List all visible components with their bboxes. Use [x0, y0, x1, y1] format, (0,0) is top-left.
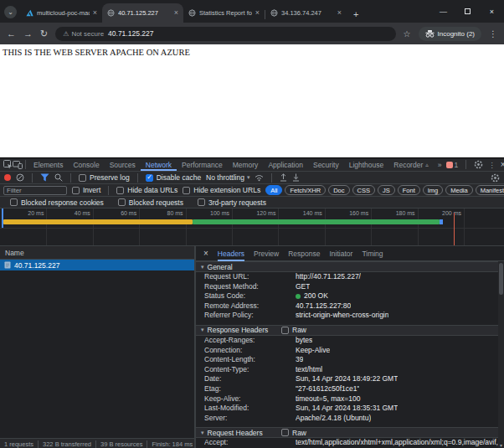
blocked-filters-row: Blocked response cookiesBlocked requests…	[0, 197, 504, 209]
requests-list-empty-area	[0, 270, 194, 438]
address-bar[interactable]: ⚠ Not secure 40.71.125.227	[55, 27, 395, 41]
header-value: GET	[296, 282, 310, 292]
devtools-tab-security[interactable]: Security	[308, 158, 344, 171]
network-conditions-icon[interactable]	[255, 174, 264, 182]
incognito-badge[interactable]: Incognito (2)	[419, 27, 481, 41]
request-row[interactable]: 40.71.125.227	[0, 260, 194, 270]
devtools-tab-sources[interactable]: Sources	[105, 158, 141, 171]
browser-tab[interactable]: Statistics Report for HAP×	[183, 3, 265, 23]
tab-close-icon[interactable]: ×	[337, 9, 342, 17]
section-header[interactable]: ▾General	[196, 261, 498, 272]
filter-chip-css[interactable]: CSS	[352, 185, 375, 195]
clear-network-log-icon[interactable]	[16, 173, 24, 182]
forward-icon[interactable]: →	[23, 29, 33, 39]
globe-icon	[270, 9, 278, 17]
headers-tab-preview[interactable]: Preview	[254, 246, 279, 261]
invert-checkbox[interactable]: Invert	[72, 186, 100, 194]
reload-icon[interactable]: ↻	[40, 29, 48, 39]
import-har-icon[interactable]	[280, 173, 287, 182]
raw-checkbox[interactable]: Raw	[281, 326, 306, 334]
new-tab-button[interactable]: +	[353, 9, 358, 19]
header-name: Request URL:	[204, 272, 296, 282]
checkbox-label: Blocked response cookies	[21, 198, 104, 207]
section-title: General	[208, 263, 233, 271]
bookmark-star-icon[interactable]: ☆	[404, 29, 411, 39]
scrollbar-thumb[interactable]	[499, 263, 503, 295]
filter-chip-manifest[interactable]: Manifest	[476, 185, 504, 195]
filter-chip-js[interactable]: JS	[378, 185, 395, 195]
devtools-tab-recorder[interactable]: Recorder▵	[388, 158, 433, 171]
hide-extension-urls-checkbox[interactable]: Hide extension URLs	[183, 186, 260, 194]
devtools-tab-console[interactable]: Console	[68, 158, 104, 171]
inspect-element-icon[interactable]	[3, 159, 13, 171]
scrollbar[interactable]: ▾	[498, 261, 504, 448]
export-har-icon[interactable]	[292, 173, 300, 182]
network-overview-timeline[interactable]: 20 ms40 ms60 ms80 ms100 ms120 ms140 ms16…	[0, 209, 504, 246]
headers-tab-list: HeadersPreviewResponseInitiatorTiming	[218, 246, 383, 260]
tab-title: 40.71.125.227	[118, 9, 171, 17]
tab-close-icon[interactable]: ×	[255, 9, 260, 17]
divider	[137, 173, 138, 183]
section-header[interactable]: ▾Request HeadersRaw	[196, 427, 498, 438]
tab-close-icon[interactable]: ×	[93, 9, 97, 17]
throttling-select[interactable]: No throttling ▾	[206, 173, 249, 182]
section-header[interactable]: ▾Response HeadersRaw	[196, 325, 498, 336]
-rd-party-requests-checkbox[interactable]: 3rd-party requests	[198, 198, 266, 207]
filter-chip-doc[interactable]: Doc	[328, 185, 349, 195]
hide-data-urls-checkbox[interactable]: Hide data URLs	[116, 186, 177, 194]
devtools-tab-elements[interactable]: Elements	[28, 158, 68, 171]
devtools-settings-icon[interactable]	[474, 160, 483, 169]
network-status-bar: 1 requests322 B transferred39 B resource…	[0, 438, 194, 448]
divider	[32, 173, 33, 183]
header-value: 40.71.125.227:80	[296, 301, 351, 312]
browser-tab[interactable]: 34.136.74.247×	[265, 3, 347, 23]
filter-input[interactable]	[3, 186, 67, 195]
browser-tab[interactable]: multicloud-poc-machine×	[21, 3, 102, 23]
raw-checkbox[interactable]: Raw	[281, 429, 306, 437]
filter-chip-all[interactable]: All	[265, 185, 282, 195]
headers-tab-timing[interactable]: Timing	[362, 246, 383, 261]
azure-icon	[26, 9, 33, 17]
globe-icon	[107, 9, 115, 17]
name-column-header[interactable]: Name	[0, 246, 194, 260]
network-settings-icon[interactable]	[491, 173, 500, 183]
blocked-requests-checkbox[interactable]: Blocked requests	[118, 198, 183, 207]
not-secure-badge[interactable]: ⚠ Not secure	[63, 30, 104, 38]
scroll-down-icon[interactable]: ▾	[498, 442, 504, 448]
devtools-menu-icon[interactable]: ⋮	[488, 161, 496, 169]
record-network-log-icon[interactable]	[4, 174, 11, 181]
devtools-tab-lighthouse[interactable]: Lighthouse	[344, 158, 389, 171]
close-icon[interactable]: ×	[203, 249, 208, 258]
devtools-close-icon[interactable]: ×	[501, 160, 504, 169]
blocked-response-cookies-checkbox[interactable]: Blocked response cookies	[10, 198, 104, 207]
headers-tab-response[interactable]: Response	[288, 246, 320, 261]
issues-counter[interactable]: 1	[446, 161, 459, 169]
headers-tab-headers[interactable]: Headers	[218, 246, 244, 261]
back-icon[interactable]: ←	[7, 29, 16, 39]
minimize-button[interactable]: —	[431, 0, 455, 23]
filter-chip-img[interactable]: Img	[423, 185, 444, 195]
devtools-tab-memory[interactable]: Memory	[228, 158, 264, 171]
headers-tab-initiator[interactable]: Initiator	[330, 246, 353, 261]
preserve-log-checkbox[interactable]: Preserve log	[79, 173, 130, 182]
close-window-button[interactable]: ×	[480, 0, 504, 23]
header-value: Sun, 14 Apr 2024 18:49:22 GMT	[296, 374, 398, 384]
filter-chip-media[interactable]: Media	[445, 185, 472, 195]
devtools-tab-application[interactable]: Application	[263, 158, 308, 171]
maximize-button[interactable]	[455, 0, 480, 23]
devtools-tab-network[interactable]: Network	[141, 158, 177, 171]
browser-tab[interactable]: 40.71.125.227×	[102, 3, 183, 23]
browser-menu-icon[interactable]: ⋮	[489, 29, 497, 39]
tab-close-icon[interactable]: ×	[174, 9, 178, 17]
header-name: Content-Length:	[204, 355, 296, 365]
devtools-tab-performance[interactable]: Performance	[177, 158, 228, 171]
filter-chip-fetchxhr[interactable]: Fetch/XHR	[285, 185, 326, 195]
tab-search-icon[interactable]: ⌄	[4, 6, 17, 18]
filter-toggle-icon[interactable]	[40, 173, 49, 182]
globe-icon	[270, 9, 278, 17]
disable-cache-checkbox[interactable]: Disable cache	[146, 173, 201, 182]
filter-chip-font[interactable]: Font	[398, 185, 420, 195]
more-panels-icon[interactable]: »	[434, 161, 446, 169]
search-icon[interactable]	[54, 173, 63, 182]
device-toolbar-icon[interactable]	[13, 159, 23, 171]
